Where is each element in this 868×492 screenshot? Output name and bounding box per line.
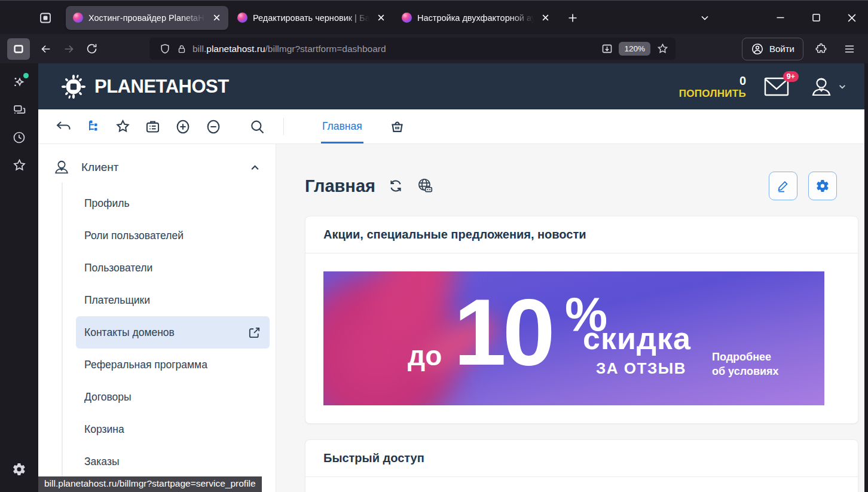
reload-button[interactable]	[80, 38, 103, 60]
url-domain: planetahost.ru	[206, 44, 265, 54]
user-account-button[interactable]	[809, 75, 846, 98]
site-favicon	[402, 13, 412, 23]
menu-tree-icon[interactable]	[85, 119, 101, 135]
page-title: Главная	[305, 176, 375, 196]
balance-value[interactable]: 0	[739, 74, 746, 88]
promo-card-title: Акции, специальные предложения, новости	[305, 216, 858, 253]
favorites-star-icon[interactable]	[115, 118, 131, 135]
browser-window: Хостинг-провайдер PlanetaHo Редактироват…	[0, 0, 868, 492]
menu-item-cart[interactable]: Корзина	[63, 413, 276, 445]
web-page: PLANETAHOST 0 ПОПОЛНИТЬ 9+	[38, 63, 864, 492]
topup-link[interactable]: ПОПОЛНИТЬ	[679, 88, 746, 100]
window-controls	[695, 8, 862, 28]
settings-gear-icon[interactable]	[8, 459, 30, 480]
new-tab-button[interactable]	[563, 8, 583, 28]
banner-value: 10	[454, 285, 552, 379]
menu-item-domain-contacts[interactable]: Контакты доменов	[76, 316, 270, 349]
list-all-tabs-icon[interactable]	[695, 8, 715, 28]
globe-link-icon[interactable]	[416, 177, 434, 195]
menu-item-orders[interactable]: Заказы	[63, 445, 276, 478]
planet-splat-icon	[60, 73, 87, 100]
bookmark-star-icon[interactable]	[654, 42, 671, 55]
menu-item-users[interactable]: Пользователи	[63, 252, 276, 284]
site-favicon	[237, 13, 247, 23]
banner-more-link: Подробнееоб условиях	[712, 350, 779, 379]
client-person-icon	[53, 158, 71, 176]
banner-upto: до	[408, 342, 442, 369]
menu-item-referral-program[interactable]: Реферальная программа	[63, 349, 276, 381]
browser-tab[interactable]: Настройка двухфакторной ауте	[395, 6, 557, 30]
tab-close-icon[interactable]	[539, 12, 551, 24]
tab-home-label: Главная	[322, 120, 362, 133]
planetahost-logo[interactable]: PLANETAHOST	[60, 73, 229, 100]
dashboard-settings-button[interactable]	[808, 172, 837, 200]
tab-close-icon[interactable]	[375, 12, 387, 24]
quick-access-title: Быстрый доступ	[305, 440, 858, 477]
chevron-up-icon	[250, 163, 260, 173]
menu-item-label: Договоры	[84, 391, 132, 404]
site-header: PLANETAHOST 0 ПОПОЛНИТЬ 9+	[38, 63, 864, 109]
tab-home[interactable]: Главная	[322, 109, 362, 143]
lock-icon[interactable]	[173, 44, 190, 54]
menu-item-profile[interactable]: Профиль	[63, 187, 276, 219]
synced-tabs-icon[interactable]	[8, 99, 30, 121]
forward-button[interactable]	[57, 38, 80, 60]
gear-icon	[815, 179, 830, 193]
promo-card: Акции, специальные предложения, новости …	[305, 216, 858, 424]
tariffs-card-icon[interactable]	[145, 118, 161, 135]
menu-item-label: Пользователи	[84, 262, 152, 274]
bookmarks-star-icon[interactable]	[8, 154, 30, 176]
minimize-button[interactable]	[770, 8, 790, 28]
quick-access-card: Быстрый доступ	[305, 439, 858, 492]
promo-banner[interactable]: до 10 % скидка ЗА ОТЗЫВ Подробнееоб усло…	[323, 271, 824, 405]
menu-item-label: Корзина	[84, 423, 124, 436]
menu-group-client[interactable]: Клиент	[38, 152, 276, 182]
firefox-signin-button[interactable]: Войти	[742, 38, 803, 60]
ai-chat-icon[interactable]	[8, 72, 30, 93]
signin-label: Войти	[769, 44, 794, 54]
mail-count-badge: 9+	[783, 71, 799, 82]
firefox-sidebar	[0, 63, 38, 492]
refresh-icon[interactable]	[387, 178, 404, 194]
main-content: Главная	[276, 144, 864, 492]
menu-item-label: Профиль	[84, 197, 130, 210]
search-icon[interactable]	[249, 118, 265, 135]
edit-dashboard-button[interactable]	[769, 172, 797, 200]
menu-item-contracts[interactable]: Договоры	[63, 381, 276, 413]
close-window-button[interactable]	[842, 8, 862, 28]
status-link-tooltip: bill.planetahost.ru/billmgr?startpage=se…	[38, 476, 262, 492]
zoom-in-plus-icon[interactable]	[175, 118, 191, 135]
maximize-button[interactable]	[806, 8, 826, 28]
extensions-puzzle-icon[interactable]	[809, 38, 832, 60]
history-clock-icon[interactable]	[8, 127, 30, 148]
menu-hamburger-icon[interactable]	[838, 38, 861, 60]
menu-item-user-roles[interactable]: Роли пользователей	[63, 219, 276, 252]
tab-title: Настройка двухфакторной ауте	[417, 13, 534, 23]
zoom-level-badge[interactable]: 120%	[619, 42, 650, 56]
status-dot	[23, 73, 29, 78]
window-edge	[864, 63, 868, 492]
user-avatar-icon	[809, 75, 833, 98]
firefox-view-icon[interactable]	[35, 7, 56, 29]
menu-item-label: Заказы	[84, 456, 119, 468]
notifications-mail-button[interactable]: 9+	[764, 77, 789, 96]
browser-tab-active[interactable]: Хостинг-провайдер PlanetaHo	[66, 6, 228, 30]
download-icon[interactable]	[598, 42, 615, 55]
url-text: bill.planetahost.ru/billmgr?startform=da…	[192, 44, 598, 54]
url-bar[interactable]: bill.planetahost.ru/billmgr?startform=da…	[149, 38, 676, 60]
site-menu: Клиент Профиль Роли пользователей Пользо…	[38, 144, 276, 492]
shield-icon[interactable]	[157, 43, 173, 55]
menu-item-label: Контакты доменов	[84, 326, 175, 339]
cart-basket-icon[interactable]	[389, 118, 406, 135]
back-button[interactable]	[35, 38, 57, 60]
tab-close-icon[interactable]	[210, 12, 222, 24]
sidebar-toggle-button[interactable]	[7, 38, 30, 60]
browser-tab[interactable]: Редактировать черновик | База	[230, 6, 393, 30]
zoom-out-minus-icon[interactable]	[205, 118, 222, 135]
back-arrow-icon[interactable]	[55, 119, 72, 135]
menu-item-payers[interactable]: Плательщики	[63, 284, 276, 316]
balance-block: 0 ПОПОЛНИТЬ	[679, 74, 746, 100]
chevron-down-icon	[838, 82, 846, 91]
banner-subtitle: ЗА ОТЗЫВ	[596, 360, 686, 376]
menu-item-label: Реферальная программа	[84, 359, 207, 371]
